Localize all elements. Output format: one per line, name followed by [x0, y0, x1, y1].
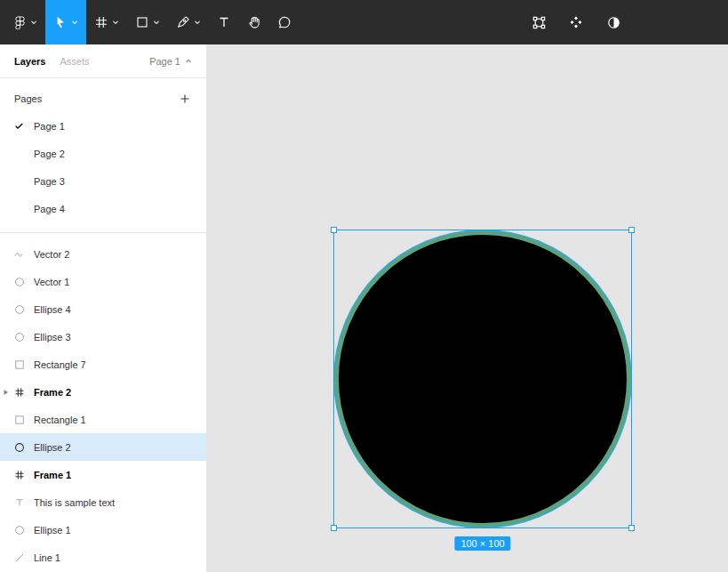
layer-name: Ellipse 3 — [34, 332, 71, 342]
toolbar-right-group — [529, 0, 623, 44]
layer-row-rectangle7[interactable]: Rectangle 7 — [0, 350, 206, 378]
ellipse-icon — [14, 442, 25, 453]
page-item-page2[interactable]: Page 2 — [0, 140, 206, 167]
layer-row-frame1[interactable]: Frame 1 — [0, 461, 206, 488]
layer-row-vector2[interactable]: Vector 2 — [0, 240, 206, 268]
move-tool-button[interactable] — [45, 0, 86, 44]
layer-name: Ellipse 2 — [34, 442, 71, 453]
toolbar-left-group — [0, 0, 300, 44]
canvas[interactable]: 100 × 100 — [207, 44, 728, 572]
rectangle-icon — [135, 15, 149, 29]
layer-name: Frame 2 — [34, 387, 71, 398]
edit-object-button[interactable] — [529, 8, 548, 36]
resize-handle-bottom-left[interactable] — [331, 525, 337, 531]
component-diamonds-icon — [569, 15, 583, 29]
chevron-down-icon[interactable] — [194, 19, 201, 26]
layer-list: Vector 2 Vector 1 Ellipse 4 Ellipse 3 — [0, 240, 206, 571]
layer-row-ellipse4[interactable]: Ellipse 4 — [0, 295, 206, 323]
use-as-mask-button[interactable] — [604, 8, 623, 36]
page-name: Page 2 — [34, 149, 65, 159]
ellipse-icon — [14, 332, 25, 342]
page-item-page3[interactable]: Page 3 — [0, 167, 206, 195]
rectangle-icon — [14, 415, 25, 425]
plus-icon — [180, 93, 190, 104]
resize-handle-bottom-right[interactable] — [628, 525, 635, 531]
figma-app: Layers Assets Page 1 Pages Page 1 Pag — [0, 0, 728, 572]
layer-name: Rectangle 1 — [34, 415, 86, 425]
resize-handle-top-right[interactable] — [628, 227, 635, 233]
frame-tool-button[interactable] — [86, 0, 127, 44]
caret-up-icon — [185, 58, 192, 65]
layer-name: Frame 1 — [34, 470, 71, 480]
main-menu-button[interactable] — [5, 0, 45, 44]
page-selector-label: Page 1 — [149, 56, 180, 67]
layer-name: Rectangle 7 — [34, 359, 86, 370]
ellipse-icon — [14, 525, 25, 536]
ellipse-2-shape[interactable] — [334, 230, 631, 528]
toolbar — [0, 0, 728, 44]
line-icon — [14, 552, 25, 563]
hand-tool-button[interactable] — [239, 0, 269, 44]
create-component-button[interactable] — [566, 8, 586, 36]
layer-row-vector1[interactable]: Vector 1 — [0, 268, 206, 295]
chevron-down-icon[interactable] — [30, 19, 37, 26]
page-item-page4[interactable]: Page 4 — [0, 195, 206, 222]
pages-section-header: Pages — [0, 85, 206, 112]
comment-tool-button[interactable] — [269, 0, 300, 44]
vector-circle-icon — [14, 277, 25, 287]
add-page-button[interactable] — [178, 92, 192, 106]
vector-path-icon — [14, 249, 25, 260]
chevron-down-icon[interactable] — [153, 19, 160, 26]
layer-name: This is sample text — [34, 497, 115, 508]
text-icon — [217, 15, 231, 29]
frame-hash-icon — [14, 387, 25, 398]
page-selector[interactable]: Page 1 — [149, 56, 192, 67]
layer-name: Ellipse 1 — [34, 525, 71, 536]
page-name: Page 1 — [34, 121, 65, 132]
mask-half-circle-icon — [606, 15, 621, 30]
pages-header-label: Pages — [14, 93, 42, 104]
comment-bubble-icon — [277, 15, 292, 29]
pen-tool-button[interactable] — [168, 0, 209, 44]
layer-name: Line 1 — [34, 552, 60, 563]
page-name: Page 3 — [34, 176, 65, 187]
panel-tabs: Layers Assets Page 1 — [0, 44, 206, 78]
layers-panel: Layers Assets Page 1 Pages Page 1 Pag — [0, 44, 207, 572]
layer-name: Ellipse 4 — [34, 304, 71, 315]
chevron-down-icon[interactable] — [112, 19, 119, 26]
page-list: Page 1 Page 2 Page 3 Page 4 — [0, 112, 206, 222]
ellipse-icon — [14, 304, 25, 315]
layer-row-ellipse2[interactable]: Ellipse 2 — [0, 433, 206, 461]
checkmark-icon — [14, 121, 34, 131]
page-name: Page 4 — [34, 204, 65, 214]
layer-row-ellipse3[interactable]: Ellipse 3 — [0, 323, 206, 350]
layer-row-line1[interactable]: Line 1 — [0, 544, 206, 571]
tab-layers[interactable]: Layers — [14, 56, 45, 67]
hand-icon — [247, 15, 261, 29]
tab-assets[interactable]: Assets — [60, 56, 89, 67]
page-item-page1[interactable]: Page 1 — [0, 112, 206, 140]
sidebar-divider — [0, 232, 206, 233]
layer-name: Vector 2 — [34, 249, 69, 260]
frame-hash-icon — [94, 15, 108, 29]
chevron-down-icon[interactable] — [71, 19, 78, 26]
text-tool-button[interactable] — [209, 0, 239, 44]
pen-icon — [176, 15, 190, 29]
selection-bounding-box: 100 × 100 — [333, 230, 632, 528]
layer-row-frame2[interactable]: Frame 2 — [0, 378, 206, 406]
edit-object-icon — [532, 15, 547, 30]
shape-tool-button[interactable] — [127, 0, 168, 44]
resize-handle-top-left[interactable] — [331, 227, 337, 233]
rectangle-icon — [14, 359, 25, 370]
layer-row-ellipse1[interactable]: Ellipse 1 — [0, 516, 206, 544]
expand-caret-icon[interactable] — [4, 389, 9, 396]
figma-logo-icon — [13, 16, 27, 29]
layer-name: Vector 1 — [34, 277, 69, 287]
text-icon — [14, 497, 25, 508]
selection-size-badge: 100 × 100 — [454, 536, 510, 551]
move-cursor-icon — [53, 15, 68, 29]
frame-hash-icon — [14, 470, 25, 480]
layer-row-rectangle1[interactable]: Rectangle 1 — [0, 406, 206, 433]
layer-row-sample-text[interactable]: This is sample text — [0, 488, 206, 516]
